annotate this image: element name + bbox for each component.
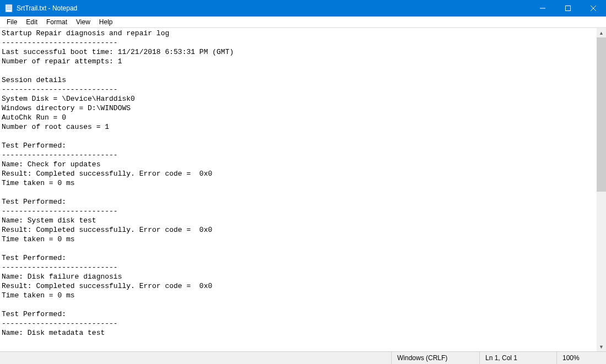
window-controls bbox=[530, 0, 606, 17]
scroll-track[interactable] bbox=[597, 37, 606, 342]
status-spacer bbox=[0, 352, 391, 364]
vertical-scrollbar[interactable]: ▲ ▼ bbox=[597, 28, 606, 351]
menu-help[interactable]: Help bbox=[95, 17, 117, 27]
minimize-button[interactable] bbox=[530, 0, 555, 17]
statusbar: Windows (CRLF) Ln 1, Col 1 100% bbox=[0, 351, 606, 364]
menu-file[interactable]: File bbox=[2, 17, 21, 27]
window-title: SrtTrail.txt - Notepad bbox=[17, 4, 530, 12]
svg-rect-0 bbox=[6, 4, 12, 12]
svg-rect-5 bbox=[566, 6, 571, 11]
maximize-button[interactable] bbox=[555, 0, 581, 17]
menubar: File Edit Format View Help bbox=[0, 17, 606, 28]
text-editor[interactable] bbox=[0, 28, 597, 351]
notepad-icon bbox=[4, 4, 13, 13]
scroll-thumb[interactable] bbox=[597, 37, 606, 192]
status-zoom: 100% bbox=[556, 352, 606, 364]
menu-format[interactable]: Format bbox=[42, 17, 72, 27]
menu-edit[interactable]: Edit bbox=[21, 17, 42, 27]
scroll-up-arrow-icon[interactable]: ▲ bbox=[597, 28, 606, 37]
close-button[interactable] bbox=[581, 0, 606, 17]
status-encoding: Windows (CRLF) bbox=[391, 352, 479, 364]
menu-view[interactable]: View bbox=[72, 17, 95, 27]
content-area: ▲ ▼ bbox=[0, 28, 606, 351]
scroll-down-arrow-icon[interactable]: ▼ bbox=[597, 342, 606, 351]
titlebar: SrtTrail.txt - Notepad bbox=[0, 0, 606, 17]
status-cursor-position: Ln 1, Col 1 bbox=[479, 352, 556, 364]
